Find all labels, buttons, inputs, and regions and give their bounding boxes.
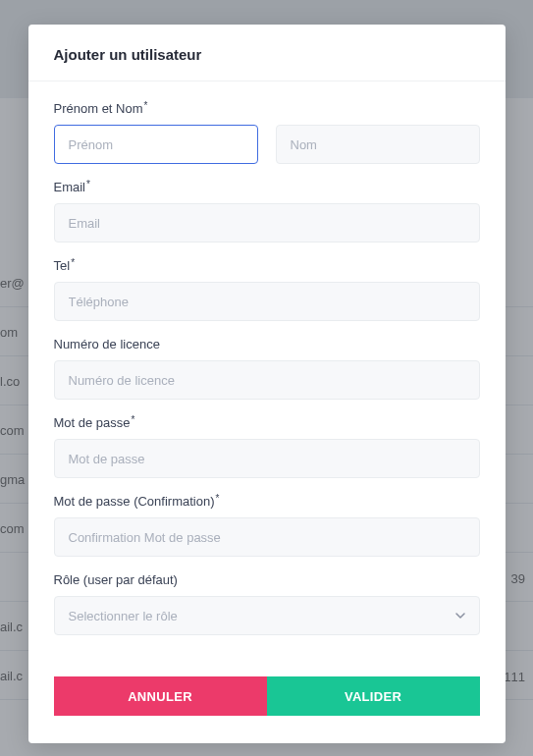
role-select[interactable]: Selectionner le rôle	[54, 596, 480, 635]
role-select-wrapper: Selectionner le rôle	[54, 596, 480, 635]
password-confirm-label: Mot de passe (Confirmation)	[54, 494, 480, 509]
tel-input[interactable]	[54, 282, 480, 321]
name-row	[54, 125, 480, 164]
modal-footer: ANNULER VALIDER	[28, 651, 506, 716]
email-input[interactable]	[54, 203, 480, 243]
license-group: Numéro de licence	[54, 337, 480, 400]
add-user-modal: Ajouter un utilisateur Prénom et Nom Ema…	[28, 25, 506, 743]
modal-body: Prénom et Nom Email Tel Numéro de licenc…	[28, 81, 506, 635]
cancel-button[interactable]: ANNULER	[54, 676, 267, 716]
name-group: Prénom et Nom	[54, 101, 480, 164]
password-input[interactable]	[54, 439, 480, 478]
role-group: Rôle (user par défaut) Selectionner le r…	[54, 572, 480, 635]
name-label: Prénom et Nom	[54, 101, 480, 116]
role-select-placeholder: Selectionner le rôle	[69, 609, 178, 623]
password-group: Mot de passe	[54, 415, 480, 478]
email-group: Email	[54, 180, 480, 243]
firstname-input[interactable]	[54, 125, 258, 164]
modal-header: Ajouter un utilisateur	[28, 25, 506, 81]
submit-button[interactable]: VALIDER	[267, 676, 480, 716]
password-confirm-group: Mot de passe (Confirmation)	[54, 494, 480, 557]
password-confirm-input[interactable]	[54, 517, 480, 557]
role-label: Rôle (user par défaut)	[54, 572, 480, 587]
license-input[interactable]	[54, 360, 480, 400]
tel-label: Tel	[54, 258, 480, 273]
lastname-input[interactable]	[276, 125, 480, 164]
email-label: Email	[54, 180, 480, 194]
password-label: Mot de passe	[54, 415, 480, 430]
tel-group: Tel	[54, 258, 480, 321]
modal-title: Ajouter un utilisateur	[54, 46, 480, 63]
modal-overlay: Ajouter un utilisateur Prénom et Nom Ema…	[0, 0, 533, 756]
license-label: Numéro de licence	[54, 337, 480, 351]
